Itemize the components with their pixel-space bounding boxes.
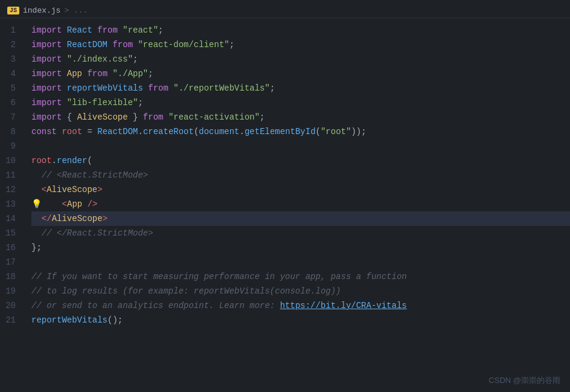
- code-area: 123456789101112131415161718192021 import…: [0, 18, 570, 392]
- tab-item[interactable]: JS index.js > ...: [0, 4, 95, 18]
- code-line: const root = ReactDOM.createRoot(documen…: [31, 124, 570, 139]
- code-line: // </React.StrictMode>: [31, 226, 570, 240]
- tab-breadcrumb: > ...: [64, 6, 88, 15]
- code-line: <AliveScope>: [31, 182, 570, 197]
- tab-filename: index.js: [23, 6, 60, 15]
- code-line: };: [31, 240, 570, 255]
- js-badge: JS: [7, 7, 19, 14]
- line-numbers: 123456789101112131415161718192021: [0, 18, 22, 392]
- code-line: // to log results (for example: reportWe…: [31, 284, 570, 298]
- code-line: </AliveScope>: [31, 211, 570, 226]
- code-line: import React from "react";: [31, 23, 570, 37]
- editor-container: JS index.js > ... 1234567891011121314151…: [0, 0, 570, 392]
- code-line: import { AliveScope } from "react-activa…: [31, 110, 570, 124]
- code-line: [31, 139, 570, 153]
- code-line: import reportWebVitals from "./reportWeb…: [31, 81, 570, 95]
- code-line: [31, 255, 570, 269]
- code-line: // <React.StrictMode>: [31, 168, 570, 182]
- code-line: root.render(: [31, 153, 570, 168]
- code-line: import "./index.css";: [31, 52, 570, 66]
- watermark: CSDN @崇崇的谷雨: [488, 375, 560, 386]
- code-line: reportWebVitals();: [31, 313, 570, 327]
- tab-bar: JS index.js > ...: [0, 0, 570, 18]
- code-line: import ReactDOM from "react-dom/client";: [31, 37, 570, 52]
- code-line: import "lib-flexible";: [31, 95, 570, 110]
- code-line: // or send to an analytics endpoint. Lea…: [31, 298, 570, 313]
- code-line: import App from "./App";: [31, 66, 570, 81]
- code-content: import React from "react";import ReactDO…: [22, 18, 570, 392]
- code-line: // If you want to start measuring perfor…: [31, 269, 570, 284]
- code-line: 💡 <App />: [31, 197, 570, 211]
